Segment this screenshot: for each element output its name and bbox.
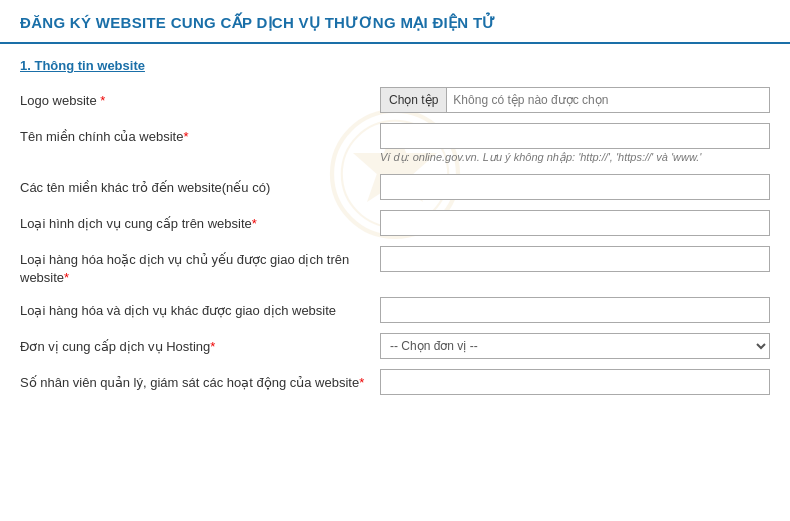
control-don-vi-hosting: -- Chọn đơn vị --	[380, 333, 770, 359]
control-ten-mien-khac	[380, 174, 770, 200]
required-marker: *	[183, 129, 188, 144]
label-don-vi-hosting: Đơn vị cung cấp dịch vụ Hosting*	[20, 333, 380, 356]
input-ten-mien-khac[interactable]	[380, 174, 770, 200]
label-loai-hang-hoa-khac: Loại hàng hóa và dịch vụ khác được giao …	[20, 297, 380, 320]
label-so-nhan-vien: Số nhân viên quản lý, giám sát các hoạt …	[20, 369, 380, 392]
file-input-row: Chọn tệp Không có tệp nào được chọn	[380, 87, 770, 113]
required-marker: *	[100, 93, 105, 108]
page-header: ĐĂNG KÝ WEBSITE CUNG CẤP DỊCH VỤ THƯƠNG …	[0, 0, 790, 44]
choose-file-button[interactable]: Chọn tệp	[380, 87, 446, 113]
label-ten-mien-khac: Các tên miền khác trỏ đến website(nếu có…	[20, 174, 380, 197]
field-logo-website: Logo website * Chọn tệp Không có tệp nào…	[20, 87, 770, 113]
field-loai-hang-hoa-chu-yeu: Loại hàng hóa hoặc dịch vụ chủ yếu được …	[20, 246, 770, 287]
input-ten-mien-chinh[interactable]	[380, 123, 770, 149]
control-loai-hinh-dich-vu	[380, 210, 770, 236]
main-content: 1. Thông tin website Logo website * Chọn…	[0, 44, 790, 419]
input-loai-hang-hoa-khac[interactable]	[380, 297, 770, 323]
label-logo-website: Logo website *	[20, 87, 380, 110]
control-loai-hang-hoa-chu-yeu	[380, 246, 770, 272]
required-marker: *	[359, 375, 364, 390]
field-loai-hinh-dich-vu: Loại hình dịch vụ cung cấp trên website*	[20, 210, 770, 236]
section1-title: 1. Thông tin website	[20, 58, 770, 73]
control-so-nhan-vien	[380, 369, 770, 395]
hint-ten-mien-chinh: Ví dụ: online.gov.vn. Lưu ý không nhập: …	[380, 151, 770, 164]
required-marker: *	[252, 216, 257, 231]
field-ten-mien-chinh: Tên miền chính của website* Ví dụ: onlin…	[20, 123, 770, 164]
field-ten-mien-khac: Các tên miền khác trỏ đến website(nếu có…	[20, 174, 770, 200]
label-ten-mien-chinh: Tên miền chính của website*	[20, 123, 380, 146]
input-loai-hinh-dich-vu[interactable]	[380, 210, 770, 236]
field-so-nhan-vien: Số nhân viên quản lý, giám sát các hoạt …	[20, 369, 770, 395]
field-don-vi-hosting: Đơn vị cung cấp dịch vụ Hosting* -- Chọn…	[20, 333, 770, 359]
label-loai-hinh-dich-vu: Loại hình dịch vụ cung cấp trên website*	[20, 210, 380, 233]
page-title: ĐĂNG KÝ WEBSITE CUNG CẤP DỊCH VỤ THƯƠNG …	[20, 14, 770, 32]
label-loai-hang-hoa-chu-yeu: Loại hàng hóa hoặc dịch vụ chủ yếu được …	[20, 246, 380, 287]
input-so-nhan-vien[interactable]	[380, 369, 770, 395]
required-marker: *	[64, 270, 69, 285]
input-loai-hang-hoa-chu-yeu[interactable]	[380, 246, 770, 272]
required-marker: *	[210, 339, 215, 354]
file-name-display: Không có tệp nào được chọn	[446, 87, 770, 113]
select-don-vi-hosting[interactable]: -- Chọn đơn vị --	[380, 333, 770, 359]
page-container: ĐĂNG KÝ WEBSITE CUNG CẤP DỊCH VỤ THƯƠNG …	[0, 0, 790, 521]
control-ten-mien-chinh: Ví dụ: online.gov.vn. Lưu ý không nhập: …	[380, 123, 770, 164]
field-loai-hang-hoa-khac: Loại hàng hóa và dịch vụ khác được giao …	[20, 297, 770, 323]
control-loai-hang-hoa-khac	[380, 297, 770, 323]
control-logo-website: Chọn tệp Không có tệp nào được chọn	[380, 87, 770, 113]
